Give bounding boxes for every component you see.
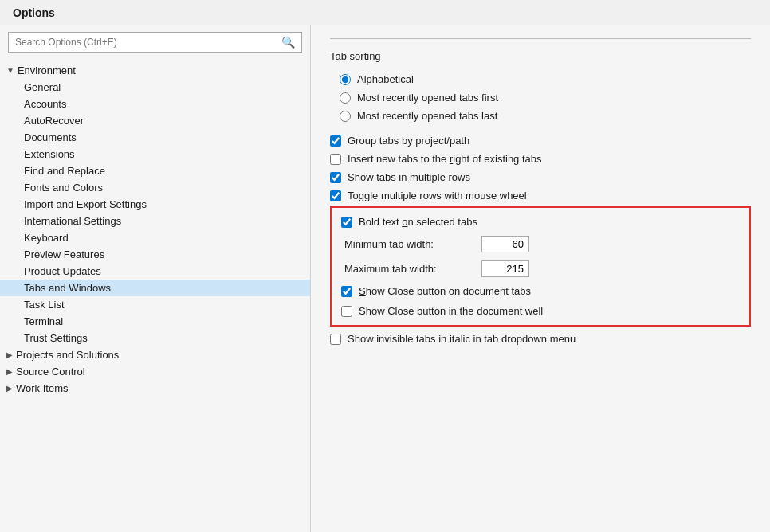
tree-item[interactable]: AutoRecover	[0, 112, 310, 129]
tree-item[interactable]: Documents	[0, 129, 310, 146]
cb-insert-right-label: Insert new tabs to the right of existing…	[348, 153, 542, 165]
radio-alphabetical-label: Alphabetical	[357, 73, 414, 85]
max-width-input[interactable]	[481, 260, 529, 277]
cb-group-tabs-input[interactable]	[330, 135, 341, 147]
cb-show-close-doc-label: Show Close button on document tabs	[359, 285, 531, 297]
tree-source-control-header[interactable]: ▶ Source Control	[0, 363, 310, 380]
left-panel: 🔍 ▼ Environment GeneralAccountsAutoRecov…	[0, 25, 311, 532]
radio-recent-last-label: Most recently opened tabs last	[357, 110, 497, 122]
cb-show-close-well[interactable]: Show Close button in the document well	[341, 305, 740, 317]
tree-item[interactable]: Trust Settings	[0, 330, 310, 346]
tree-item[interactable]: Task List	[0, 296, 310, 313]
min-width-row: Minimum tab width:	[341, 236, 740, 252]
radio-alphabetical-input[interactable]	[340, 74, 351, 85]
expand-icon-work: ▶	[6, 384, 13, 393]
cb-show-close-doc-input[interactable]	[341, 286, 352, 297]
tree-item[interactable]: Keyboard	[0, 229, 310, 246]
cb-bold-text-label: Bold text on selected tabs	[359, 216, 477, 228]
environment-label: Environment	[18, 65, 76, 76]
cb-invisible-tabs[interactable]: Show invisible tabs in italic in tab dro…	[330, 333, 751, 345]
options-window: Options 🔍 ▼ Environment GeneralAccountsA…	[0, 0, 770, 532]
search-box[interactable]: 🔍	[8, 32, 302, 53]
cb-toggle-wheel-label: Toggle multiple rows with mouse wheel	[348, 190, 527, 201]
search-input[interactable]	[9, 33, 275, 52]
tree-work-items-header[interactable]: ▶ Work Items	[0, 380, 310, 397]
tree-item[interactable]: Fonts and Colors	[0, 179, 310, 196]
max-width-label: Maximum tab width:	[344, 263, 472, 275]
main-content: 🔍 ▼ Environment GeneralAccountsAutoRecov…	[0, 25, 770, 532]
radio-recent-last-input[interactable]	[340, 111, 351, 122]
radio-alphabetical[interactable]: Alphabetical	[340, 73, 751, 85]
right-panel: Tab sorting Alphabetical Most recently o…	[311, 25, 770, 532]
search-icon-button[interactable]: 🔍	[275, 33, 301, 52]
cb-multiple-rows-input[interactable]	[330, 172, 341, 183]
tree-item[interactable]: Accounts	[0, 96, 310, 112]
cb-show-close-well-label: Show Close button in the document well	[359, 305, 543, 317]
tree-item[interactable]: Import and Export Settings	[0, 196, 310, 213]
tree-item[interactable]: Extensions	[0, 146, 310, 162]
tree: ▼ Environment GeneralAccountsAutoRecover…	[0, 59, 310, 532]
tree-item[interactable]: Preview Features	[0, 246, 310, 263]
tab-sorting-title: Tab sorting	[330, 50, 751, 62]
cb-group-tabs[interactable]: Group tabs by project/path	[330, 135, 751, 147]
window-title: Options	[0, 0, 770, 25]
radio-recent-first-label: Most recently opened tabs first	[357, 92, 498, 104]
top-divider	[330, 38, 751, 39]
projects-label: Projects and Solutions	[16, 349, 119, 361]
tree-item[interactable]: General	[0, 79, 310, 96]
tree-item[interactable]: Find and Replace	[0, 162, 310, 179]
radio-recent-last[interactable]: Most recently opened tabs last	[340, 110, 751, 122]
tree-item[interactable]: Product Updates	[0, 263, 310, 280]
cb-multiple-rows[interactable]: Show tabs in multiple rows	[330, 171, 751, 183]
cb-insert-right[interactable]: Insert new tabs to the right of existing…	[330, 153, 751, 165]
tree-item[interactable]: Terminal	[0, 313, 310, 330]
expand-icon: ▼	[6, 66, 14, 75]
radio-recent-first[interactable]: Most recently opened tabs first	[340, 92, 751, 104]
cb-multiple-rows-label: Show tabs in multiple rows	[348, 171, 470, 183]
max-width-row: Maximum tab width:	[341, 260, 740, 277]
cb-show-close-well-input[interactable]	[341, 306, 352, 317]
cb-show-close-doc[interactable]: Show Close button on document tabs	[341, 285, 740, 297]
radio-group: Alphabetical Most recently opened tabs f…	[330, 73, 751, 122]
tree-item[interactable]: Tabs and Windows	[0, 280, 310, 296]
cb-bold-text-input[interactable]	[341, 217, 352, 228]
expand-icon-source: ▶	[6, 367, 13, 376]
work-items-label: Work Items	[16, 382, 69, 394]
cb-toggle-wheel-input[interactable]	[330, 190, 341, 201]
min-width-label: Minimum tab width:	[344, 238, 472, 250]
tree-environment-header[interactable]: ▼ Environment	[0, 62, 310, 79]
cb-invisible-tabs-input[interactable]	[330, 334, 341, 345]
min-width-input[interactable]	[481, 236, 529, 252]
expand-icon-projects: ▶	[6, 350, 13, 359]
cb-group-tabs-label: Group tabs by project/path	[348, 135, 469, 147]
tree-item[interactable]: International Settings	[0, 213, 310, 229]
cb-insert-right-input[interactable]	[330, 154, 341, 165]
cb-toggle-wheel[interactable]: Toggle multiple rows with mouse wheel	[330, 190, 751, 201]
tree-projects-header[interactable]: ▶ Projects and Solutions	[0, 346, 310, 363]
radio-recent-first-input[interactable]	[340, 92, 351, 104]
cb-bold-text[interactable]: Bold text on selected tabs	[341, 216, 740, 228]
cb-invisible-tabs-label: Show invisible tabs in italic in tab dro…	[348, 333, 576, 345]
highlight-box: Bold text on selected tabs Minimum tab w…	[330, 206, 751, 327]
source-control-label: Source Control	[16, 366, 85, 377]
environment-children: GeneralAccountsAutoRecoverDocumentsExten…	[0, 79, 310, 346]
checkbox-list: Group tabs by project/path Insert new ta…	[330, 135, 751, 201]
